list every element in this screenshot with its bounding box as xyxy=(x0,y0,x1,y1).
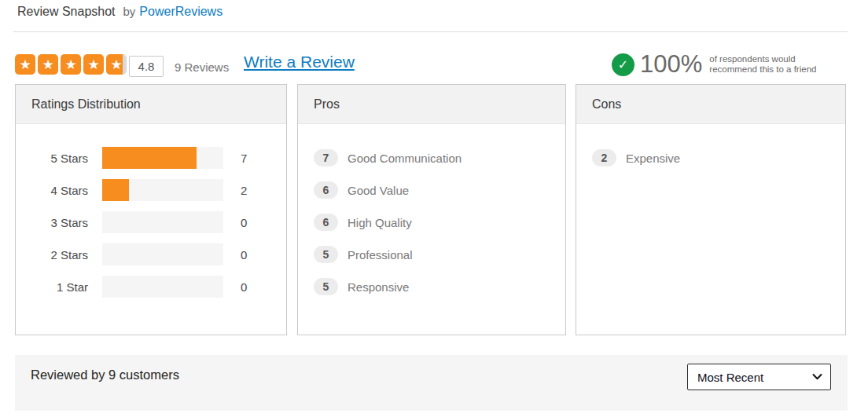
rating-bar-track xyxy=(102,211,223,233)
panel-ratings-distribution: Ratings Distribution 5 Stars 7 4 Stars 2… xyxy=(15,84,287,335)
tag-count-badge: 2 xyxy=(592,149,616,166)
write-review-link[interactable]: Write a Review xyxy=(244,53,355,71)
rating-bar-track xyxy=(102,147,223,169)
tag-label: High Quality xyxy=(348,216,412,229)
panel-pros: Pros 7 Good Communication 6 Good Value 6… xyxy=(297,84,566,335)
rating-count: 0 xyxy=(241,248,247,262)
powerreviews-link[interactable]: PowerReviews xyxy=(139,5,223,19)
pros-tag-good-value[interactable]: 6 Good Value xyxy=(314,181,565,199)
pros-tag-good-communication[interactable]: 7 Good Communication xyxy=(314,149,565,166)
rating-row-2-stars[interactable]: 2 Stars 0 xyxy=(16,243,286,265)
cons-panel-title: Cons xyxy=(576,85,845,124)
tag-label: Good Communication xyxy=(348,152,462,165)
star-icon: ★ xyxy=(83,54,104,75)
rating-bar-track xyxy=(102,179,223,201)
recommend-percent: 100% xyxy=(640,50,702,79)
cons-tag-expensive[interactable]: 2 Expensive xyxy=(592,149,845,166)
rating-bar-fill xyxy=(102,147,197,169)
reviewed-by-text: Reviewed by 9 customers xyxy=(31,368,179,382)
pros-panel-title: Pros xyxy=(298,85,565,124)
pros-tag-responsive[interactable]: 5 Responsive xyxy=(314,278,565,295)
star-icon: ★ xyxy=(61,54,81,75)
pros-list: 7 Good Communication 6 Good Value 6 High… xyxy=(298,124,565,295)
tag-count-badge: 7 xyxy=(314,149,338,166)
recommend-summary: ✓ 100% of respondents would recommend th… xyxy=(612,50,816,79)
rating-row-label: 5 Stars xyxy=(16,152,88,165)
ratings-panel-title: Ratings Distribution xyxy=(16,85,286,124)
reviews-count: 9 Reviews xyxy=(175,60,229,74)
tag-label: Responsive xyxy=(348,280,409,294)
recommend-text: of respondents would recommend this to a… xyxy=(709,54,816,75)
rating-score-box: 4.8 xyxy=(129,56,164,77)
review-snapshot-widget: Review Snapshot by PowerReviews ★ ★ ★ ★ … xyxy=(0,0,868,417)
tag-label: Good Value xyxy=(348,184,409,197)
tag-count-badge: 6 xyxy=(314,181,338,199)
byline-text: by xyxy=(123,5,136,18)
rating-count: 0 xyxy=(241,280,247,294)
rating-bar-fill xyxy=(102,179,129,201)
tag-count-badge: 5 xyxy=(314,278,338,295)
rating-bar-track xyxy=(102,243,223,265)
rating-row-label: 3 Stars xyxy=(16,216,88,229)
recommend-text-line2: recommend this to a friend xyxy=(709,64,816,74)
rating-row-label: 2 Stars xyxy=(16,248,88,262)
recommend-text-line1: of respondents would xyxy=(709,54,795,64)
star-rating: ★ ★ ★ ★ ★ xyxy=(15,54,129,75)
rating-count: 7 xyxy=(241,152,247,165)
cons-list: 2 Expensive xyxy=(576,124,845,166)
footer-bar: Reviewed by 9 customers Most Recent xyxy=(15,355,848,411)
sort-select[interactable]: Most Recent xyxy=(687,364,831,390)
rating-count: 0 xyxy=(241,216,247,229)
tag-label: Expensive xyxy=(626,152,680,165)
rating-row-5-stars[interactable]: 5 Stars 7 xyxy=(16,147,286,169)
star-icon: ★ xyxy=(106,54,127,75)
page-title: Review Snapshot xyxy=(17,5,116,19)
tag-label: Professional xyxy=(348,248,413,262)
rating-count: 2 xyxy=(241,184,247,197)
star-icon: ★ xyxy=(15,54,35,75)
header-divider xyxy=(13,31,848,32)
star-icon: ★ xyxy=(38,54,58,75)
pros-tag-high-quality[interactable]: 6 High Quality xyxy=(314,214,565,231)
checkmark-circle-icon: ✓ xyxy=(612,53,634,76)
rating-row-label: 4 Stars xyxy=(16,184,88,197)
pros-tag-professional[interactable]: 5 Professional xyxy=(314,246,565,263)
sort-select-wrapper: Most Recent xyxy=(687,364,831,390)
widget-header: Review Snapshot by PowerReviews xyxy=(17,5,223,19)
tag-count-badge: 6 xyxy=(314,214,338,231)
rating-bar-track xyxy=(102,276,223,298)
rating-row-1-star[interactable]: 1 Star 0 xyxy=(16,276,286,298)
ratings-list: 5 Stars 7 4 Stars 2 3 Stars 0 2 Stars 0 … xyxy=(16,124,286,298)
panel-cons: Cons 2 Expensive xyxy=(576,84,846,335)
rating-row-4-stars[interactable]: 4 Stars 2 xyxy=(16,179,286,201)
tag-count-badge: 5 xyxy=(314,246,338,263)
rating-row-label: 1 Star xyxy=(16,280,88,294)
rating-row-3-stars[interactable]: 3 Stars 0 xyxy=(16,211,286,233)
